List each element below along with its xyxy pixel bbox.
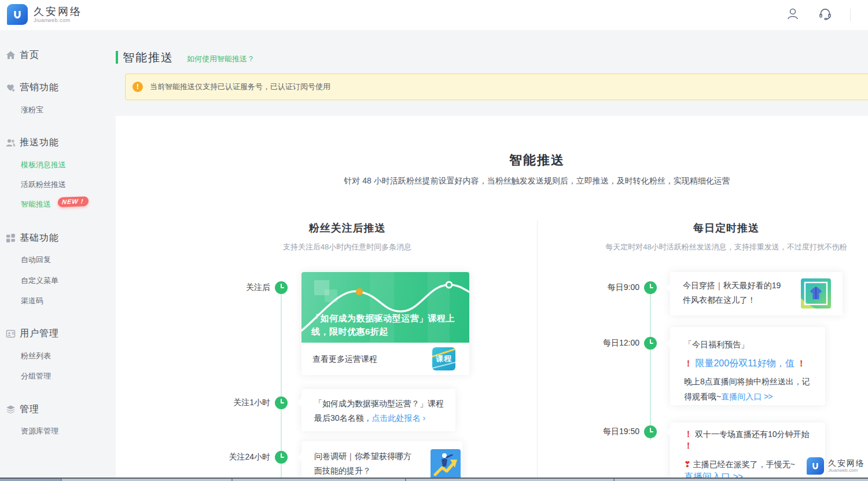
follow-t1-label: 关注后 [212, 282, 270, 293]
course-banner-image: 「如何成为数据驱动型运营」课程上线，限时优惠6折起 [301, 272, 469, 343]
sidebar-item-auto-reply[interactable]: 自动回复 [0, 254, 116, 266]
watermark-logo: 久安网络 Jiuanweb.com [807, 457, 865, 475]
daily-card-live: ！ 双十一专场直播还有10分钟开始 ！ ❣ 主播已经在派奖了，手慢无~ 直播间入… [670, 423, 825, 481]
clock-icon [275, 281, 288, 294]
alert-text: 当前智能推送仅支持已认证服务号，已认证订阅号使用 [150, 82, 330, 92]
daily-t2-label: 每日12:00 [582, 338, 639, 348]
brand-domain: Jiuanweb.com [34, 17, 82, 23]
watermark-logo-icon [807, 457, 824, 475]
sidebar-section-admin[interactable]: 管理 [0, 403, 116, 416]
users-icon [6, 138, 16, 148]
chevron-right-icon: › [422, 413, 425, 423]
daily-card-outfit: 今日穿搭｜秋天最好看的19件风衣都在这儿了！ [670, 272, 843, 315]
grid-blocks-icon [6, 233, 16, 243]
page-title: 智能推送 [123, 50, 174, 65]
double-chevron-icon: >> [764, 392, 772, 401]
layers-icon [6, 405, 16, 414]
sidebar-item-custom-menu[interactable]: 自定义菜单 [0, 274, 116, 287]
survey-thumbnail [431, 449, 461, 479]
daily-t3-label: 每日19:50 [582, 427, 639, 437]
follow-card-signup: 「如何成为数据驱动型运营？」课程最后30名名额，点击此处报名 › [301, 389, 455, 431]
new-badge: NEW ! [57, 196, 89, 207]
follow-card-course-banner: 「如何成为数据驱动型运营」课程上线，限时优惠6折起 查看更多运营课程 课程 [301, 272, 469, 375]
home-icon [6, 50, 16, 60]
more-courses-link[interactable]: 查看更多运营课程 [312, 354, 377, 365]
daily-t1-label: 每日9:00 [582, 282, 639, 293]
hero-title: 智能推送 [116, 152, 868, 169]
top-bar: 久安网络 Jiuanweb.com [0, 0, 868, 30]
alert-banner: ! 当前智能推送仅支持已认证服务号，已认证订阅号使用 [125, 74, 868, 100]
headset-support-icon[interactable] [818, 6, 833, 24]
follow-column-title: 粉丝关注后推送 [116, 221, 579, 235]
daily-column-header: 每日定时推送 每天定时对48小时活跃粉丝发送消息，支持排重发送，不过度打扰不伤粉 [537, 221, 868, 252]
daily-card-benefit: 「今日福利预告」 ！ 限量200份双11好物，值 ！ 晚上8点直播间将抽中粉丝送… [670, 327, 825, 405]
brand-logo-icon [7, 4, 28, 25]
column-divider [537, 220, 538, 481]
daily-timeline-line [650, 294, 651, 440]
id-card-icon [6, 329, 16, 339]
sidebar-item-template-push[interactable]: 模板消息推送 [0, 159, 116, 171]
sidebar-item-group-mgmt[interactable]: 分组管理 [0, 370, 116, 383]
sidebar-section-basic[interactable]: 基础功能 [0, 232, 116, 244]
sidebar-item-resource-mgmt[interactable]: 资源库管理 [0, 425, 116, 438]
logo-u-glyph [10, 8, 24, 21]
follow-column-subtitle: 支持关注后48小时内任意时间多条消息 [116, 242, 579, 252]
clock-icon [644, 425, 657, 438]
sidebar-item-home[interactable]: 首页 [0, 49, 116, 61]
exclamation-icon: ！ [684, 429, 693, 439]
course-badge-icon: 课程 [432, 347, 455, 370]
daily-column-title: 每日定时推送 [537, 221, 868, 235]
warning-icon: ! [133, 82, 143, 92]
clock-icon [644, 281, 657, 294]
outfit-thumbnail [801, 278, 831, 309]
sidebar-section-marketing[interactable]: 营销功能 [0, 81, 116, 94]
background-window-edge [0, 478, 868, 481]
sidebar-section-push[interactable]: 推送功能 [0, 136, 116, 149]
app-window: 久安网络 Jiuanweb.com [0, 0, 868, 481]
brand-logo: 久安网络 Jiuanweb.com [7, 4, 82, 25]
sidebar-section-users[interactable]: 用户管理 [0, 327, 116, 340]
benefit-title: 「今日福利预告」 [684, 337, 815, 352]
follow-t3-label: 关注24小时 [212, 452, 270, 462]
promo-link[interactable]: 限量200份双11好物，值 [695, 358, 794, 368]
sidebar-item-fans-list[interactable]: 粉丝列表 [0, 350, 116, 362]
daily-column-subtitle: 每天定时对48小时活跃粉丝发送消息，支持排重发送，不过度打扰不伤粉 [537, 242, 868, 252]
user-icon[interactable] [785, 6, 800, 24]
page-title-accent-bar [116, 51, 118, 64]
live-room-link[interactable]: 直播间入口 [721, 392, 762, 401]
watermark-name: 久安网络 [828, 459, 865, 468]
follow-column-header: 粉丝关注后推送 支持关注后48小时内任意时间多条消息 [116, 221, 579, 252]
clock-icon [644, 337, 657, 350]
sidebar-item-channel-code[interactable]: 渠道码 [0, 295, 116, 307]
signup-link[interactable]: 点击此处报名 [372, 413, 421, 423]
banner-caption: 「如何成为数据驱动型运营」课程上线，限时优惠6折起 [311, 311, 463, 338]
exclamation-icon: ！ [684, 358, 693, 368]
clock-icon [275, 396, 288, 409]
topbar-divider [850, 9, 851, 21]
exclamation-icon: ！ [797, 358, 806, 368]
sidebar-item-smart-push[interactable]: 智能推送 NEW ! [0, 198, 116, 211]
heart-plus-icon [6, 83, 16, 93]
clock-icon [275, 451, 288, 464]
sidebar-item-active-fans-push[interactable]: 活跃粉丝推送 [0, 178, 116, 191]
help-link[interactable]: 如何使用智能推送？ [187, 54, 255, 64]
hero-subtitle: 针对 48 小时活跃粉丝提前设置好内容，当粉丝触发发送规则后，立即推送，及时转化… [116, 176, 868, 186]
sidebar-item-zhangfenbao[interactable]: 涨粉宝 [0, 104, 116, 116]
follow-card-survey: 问卷调研｜你希望获得哪方面技能的提升？ [301, 441, 462, 481]
follow-t2-label: 关注1小时 [212, 398, 270, 408]
heart-exclamation-icon: ❣ [684, 460, 691, 469]
brand-name: 久安网络 [34, 6, 82, 17]
exclamation-icon: ！ [684, 440, 693, 450]
watermark-domain: Jiuanweb.com [828, 468, 865, 473]
